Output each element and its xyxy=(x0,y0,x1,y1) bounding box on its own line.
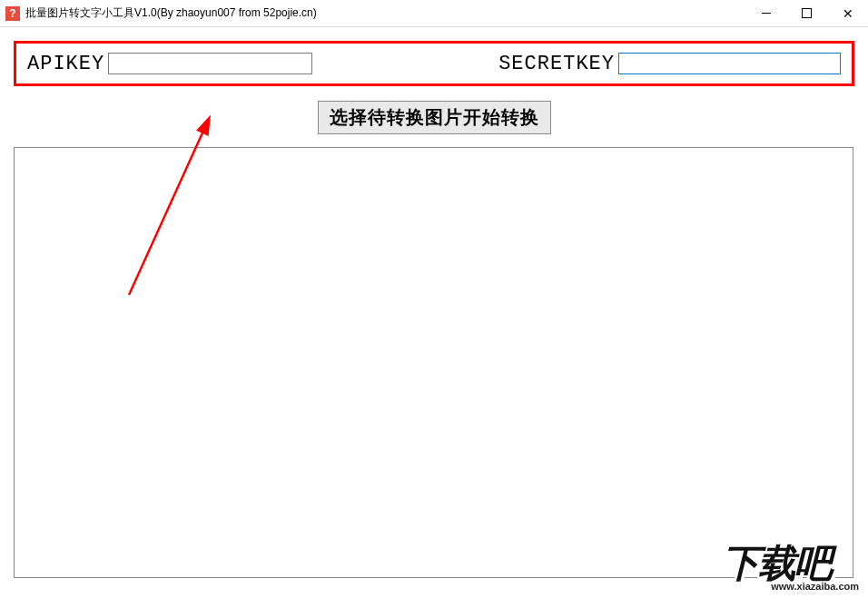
output-panel[interactable] xyxy=(14,147,853,578)
action-row: 选择待转换图片开始转换 xyxy=(14,101,854,134)
content-area: APIKEY SECRETKEY 选择待转换图片开始转换 xyxy=(0,27,868,587)
secretkey-group: SECRETKEY xyxy=(498,53,841,75)
window-controls xyxy=(745,0,868,26)
maximize-button[interactable] xyxy=(786,0,827,26)
secretkey-input[interactable] xyxy=(618,53,841,74)
titlebar: ? 批量图片转文字小工具V1.0(By zhaoyun007 from 52po… xyxy=(0,0,868,27)
window-title: 批量图片转文字小工具V1.0(By zhaoyun007 from 52poji… xyxy=(25,5,745,21)
secretkey-label: SECRETKEY xyxy=(498,53,615,75)
app-icon: ? xyxy=(5,6,20,21)
select-and-convert-button[interactable]: 选择待转换图片开始转换 xyxy=(318,101,551,134)
minimize-button[interactable] xyxy=(745,0,786,26)
apikey-input[interactable] xyxy=(108,53,312,74)
apikey-label: APIKEY xyxy=(27,53,104,75)
close-button[interactable] xyxy=(827,0,868,26)
api-keys-panel: APIKEY SECRETKEY xyxy=(14,41,854,86)
apikey-group: APIKEY xyxy=(27,53,312,75)
